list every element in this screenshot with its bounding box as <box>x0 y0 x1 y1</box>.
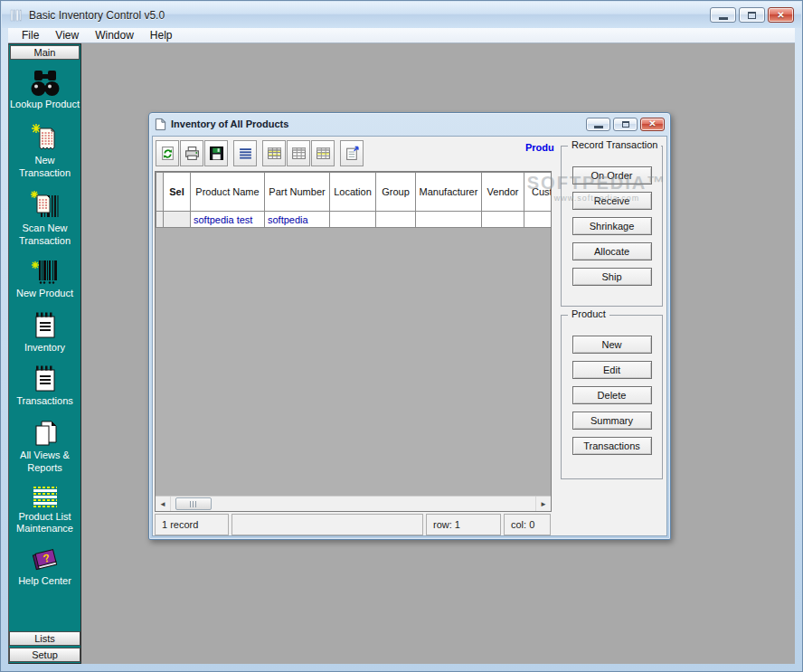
scroll-right-button[interactable]: ► <box>535 497 551 511</box>
cell-sel[interactable] <box>164 212 191 228</box>
menu-file[interactable]: File <box>14 28 47 43</box>
sidebar-tab-setup[interactable]: Setup <box>9 648 80 662</box>
sidebar-tab-main[interactable]: Main <box>10 45 80 60</box>
shrinkage-button[interactable]: Shrinkage <box>572 217 652 235</box>
column-header-sel[interactable]: Sel <box>164 173 191 212</box>
new-product-button[interactable]: New <box>572 336 652 354</box>
group-title: Record Transaction <box>568 139 661 150</box>
record-transaction-group: Record Transaction On Order Receive Shri… <box>561 146 663 307</box>
action-panel: Record Transaction On Order Receive Shri… <box>556 137 667 536</box>
toolbar-save-button[interactable] <box>204 140 228 166</box>
cell-vendor[interactable] <box>482 212 524 228</box>
maximize-button[interactable] <box>739 7 765 23</box>
child-maximize-button[interactable] <box>613 118 638 131</box>
group-title: Product <box>568 308 609 319</box>
child-close-button[interactable]: ✕ <box>640 118 665 131</box>
product-link[interactable]: Produ <box>525 142 554 153</box>
toolbar-print-button[interactable] <box>180 140 203 166</box>
sidebar-item-label: Scan New Transaction <box>9 222 80 248</box>
notepad-icon <box>31 364 60 393</box>
sidebar-item-label: New Transaction <box>9 155 80 180</box>
mdi-area: Main Lookup Product <box>8 43 795 664</box>
minimize-icon <box>594 126 603 128</box>
title-bar: Basic Inventory Control v5.0 ✕ <box>2 2 801 28</box>
cell-part-number[interactable]: softpedia <box>265 212 330 228</box>
sidebar-item-help-center[interactable]: ? Help Center <box>9 546 80 588</box>
delete-product-button[interactable]: Delete <box>572 386 652 404</box>
sidebar-item-new-product[interactable]: New Product <box>9 259 80 300</box>
toolbar-grid-highlight-button[interactable] <box>262 140 286 166</box>
app-window: Basic Inventory Control v5.0 ✕ File View… <box>0 0 803 672</box>
summary-button[interactable]: Summary <box>572 412 652 430</box>
sidebar-tab-lists[interactable]: Lists <box>9 631 80 646</box>
column-header-product-name[interactable]: Product Name <box>191 173 265 212</box>
child-window-inventory: Inventory of All Products ✕ <box>148 112 671 540</box>
column-header-manufacturer[interactable]: Manufacturer <box>416 173 482 212</box>
table-row[interactable]: softpedia test softpedia <box>156 212 553 228</box>
sidebar-item-inventory[interactable]: Inventory <box>9 311 80 355</box>
cell-product-name[interactable]: softpedia test <box>191 212 265 228</box>
minimize-button[interactable] <box>710 7 736 23</box>
child-title-bar: Inventory of All Products ✕ <box>149 113 670 135</box>
scrollbar-thumb[interactable] <box>175 497 212 510</box>
sidebar-item-product-list-maintenance[interactable]: Product List Maintenance <box>9 486 80 536</box>
transactions-button[interactable]: Transactions <box>572 437 652 455</box>
menu-window[interactable]: Window <box>87 28 142 43</box>
product-group: Product New Edit Delete Summary Transact… <box>561 315 663 479</box>
close-button[interactable]: ✕ <box>768 7 794 23</box>
receive-button[interactable]: Receive <box>572 192 652 210</box>
ship-button[interactable]: Ship <box>572 268 652 286</box>
sidebar-item-label: New Product <box>9 288 80 300</box>
cell-group[interactable] <box>376 212 416 228</box>
sidebar-item-label: Product List Maintenance <box>9 511 80 536</box>
child-minimize-button[interactable] <box>586 118 610 131</box>
inventory-table: Sel Product Name Part Number Location Gr… <box>156 172 552 228</box>
properties-icon <box>345 146 360 161</box>
document-icon <box>155 118 166 131</box>
notepad-icon <box>31 311 60 340</box>
column-header-group[interactable]: Group <box>376 173 416 212</box>
status-bar: 1 record row: 1 col: 0 <box>155 514 552 535</box>
window-title: Basic Inventory Control v5.0 <box>29 9 165 22</box>
cell-custom[interactable] <box>524 212 553 228</box>
cell-manufacturer[interactable] <box>416 212 482 228</box>
column-header-part-number[interactable]: Part Number <box>265 173 330 212</box>
cell-location[interactable] <box>330 212 376 228</box>
receipt-new-icon <box>31 122 60 153</box>
minimize-icon <box>719 17 728 20</box>
column-header-vendor[interactable]: Vendor <box>482 173 524 212</box>
menu-view[interactable]: View <box>47 28 87 43</box>
striped-list-icon <box>32 486 59 509</box>
sidebar-item-new-transaction[interactable]: New Transaction <box>9 122 80 180</box>
toolbar-list-view-button[interactable] <box>233 140 257 166</box>
grid-stripe-icon <box>316 146 331 161</box>
header-row: Sel Product Name Part Number Location Gr… <box>156 173 553 212</box>
on-order-button[interactable]: On Order <box>572 166 652 185</box>
sidebar: Main Lookup Product <box>8 43 81 664</box>
status-col-indicator: col: 0 <box>504 514 551 535</box>
menu-help[interactable]: Help <box>142 28 181 43</box>
status-message <box>231 514 423 535</box>
sidebar-item-all-views-reports[interactable]: All Views & Reports <box>9 419 80 475</box>
horizontal-scrollbar[interactable]: ◄ ► <box>156 496 551 511</box>
group-buttons: On Order Receive Shrinkage Allocate Ship <box>562 147 662 286</box>
row-gutter-cell <box>156 212 164 228</box>
allocate-button[interactable]: Allocate <box>572 242 652 260</box>
sidebar-item-transactions[interactable]: Transactions <box>9 364 80 408</box>
sidebar-item-lookup-product[interactable]: Lookup Product <box>9 70 80 111</box>
edit-product-button[interactable]: Edit <box>572 361 652 379</box>
scroll-left-button[interactable]: ◄ <box>156 497 171 511</box>
toolbar-grid-stripe-button[interactable] <box>311 140 335 166</box>
column-header-location[interactable]: Location <box>330 173 376 212</box>
toolbar-refresh-button[interactable] <box>156 140 179 166</box>
save-icon <box>209 146 224 161</box>
toolbar-grid-plain-button[interactable] <box>287 140 310 166</box>
child-toolbar <box>156 140 364 166</box>
column-header-custom[interactable]: Custom <box>524 173 553 212</box>
toolbar-properties-button[interactable] <box>340 140 364 166</box>
inventory-grid: Sel Product Name Part Number Location Gr… <box>155 171 552 512</box>
sidebar-items: Lookup Product New Transaction <box>9 61 80 663</box>
child-window-controls: ✕ <box>586 118 665 131</box>
binoculars-icon <box>30 70 61 97</box>
sidebar-item-scan-new-transaction[interactable]: Scan New Transaction <box>9 190 80 248</box>
